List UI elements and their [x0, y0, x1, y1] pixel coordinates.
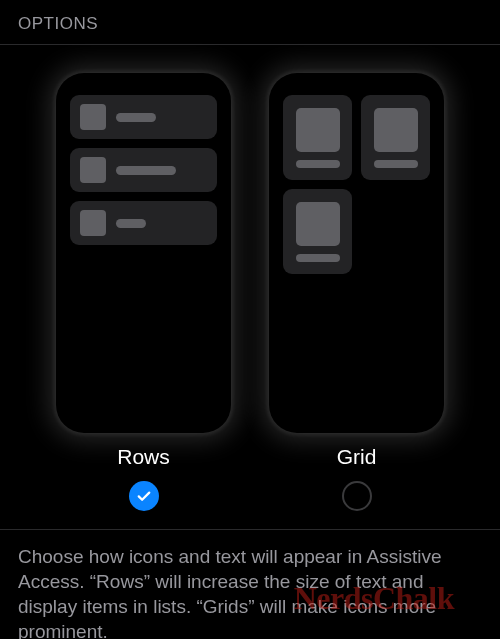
rows-preview-text-placeholder [116, 113, 156, 122]
grid-preview-frame [269, 73, 444, 433]
rows-preview-text-placeholder [116, 219, 146, 228]
rows-preview-item [70, 95, 217, 139]
option-grid[interactable]: Grid [269, 73, 444, 511]
grid-preview-item [283, 189, 352, 274]
footer-description: Choose how icons and text will appear in… [0, 530, 500, 639]
grid-preview-text-placeholder [296, 160, 340, 168]
grid-preview-placeholder-icon [296, 108, 340, 152]
grid-preview-placeholder-icon [296, 202, 340, 246]
grid-preview-text-placeholder [296, 254, 340, 262]
rows-preview-placeholder-icon [80, 104, 106, 130]
grid-preview-item [283, 95, 352, 180]
grid-preview-wrap [283, 95, 430, 274]
layout-options-group: Rows Grid [0, 45, 500, 530]
section-header-options: OPTIONS [0, 0, 500, 45]
rows-preview-placeholder-icon [80, 157, 106, 183]
grid-preview-text-placeholder [374, 160, 418, 168]
rows-preview-item [70, 201, 217, 245]
rows-preview-placeholder-icon [80, 210, 106, 236]
radio-grid[interactable] [342, 481, 372, 511]
radio-rows[interactable] [129, 481, 159, 511]
option-rows[interactable]: Rows [56, 73, 231, 511]
grid-preview-item [361, 95, 430, 180]
rows-preview-frame [56, 73, 231, 433]
rows-preview-item [70, 148, 217, 192]
rows-preview-text-placeholder [116, 166, 176, 175]
option-label-rows: Rows [117, 445, 170, 469]
checkmark-icon [135, 487, 153, 505]
option-label-grid: Grid [337, 445, 377, 469]
grid-preview-placeholder-icon [374, 108, 418, 152]
